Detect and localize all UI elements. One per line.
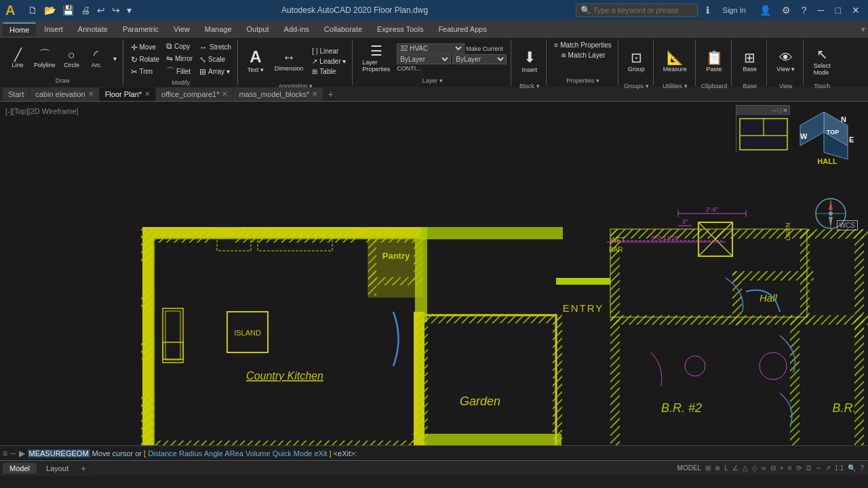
cmd-option-volume[interactable]: Volume [245,449,271,458]
tab-expresstools[interactable]: Express Tools [370,23,430,35]
property-select2[interactable]: ByLayer [452,54,507,64]
settings-icon[interactable]: ⚙ [779,3,793,17]
navigation-cube[interactable]: TOP N W E HALL [793,108,854,169]
info-icon[interactable]: ℹ [703,3,712,17]
qat-print[interactable]: 🖨 [79,4,92,16]
maximize-icon[interactable]: □ [833,3,844,17]
btn-move[interactable]: ✛Move [129,42,161,53]
mini-win-minimize[interactable]: ─ [772,107,776,114]
cmd-option-radius[interactable]: Radius [179,449,202,458]
status-otrack[interactable]: ∞ [762,464,766,472]
btn-linear[interactable]: [ |Linear [310,47,348,56]
btn-arc[interactable]: ◜ Arc [85,47,107,70]
layer-select[interactable]: 32 HVAC [397,43,465,54]
status-3dosnap[interactable]: ◇ [752,464,757,472]
btn-line[interactable]: ╱ Line [7,47,28,70]
doctab-office[interactable]: office_compare1* ✕ [156,87,233,101]
canvas-area[interactable]: Pantry ISLAND Country Kitchen Laundry G [0,102,868,460]
doctab-floorplan-close[interactable]: ✕ [144,90,150,98]
btn-insert[interactable]: ⬇ Insert [518,41,542,81]
status-polar[interactable]: ∠ [732,464,738,472]
status-lw[interactable]: ≡ [788,464,792,472]
btn-paste[interactable]: 📋 Paste [702,41,727,81]
btn-circle[interactable]: ○ Circle [61,47,83,70]
status-qp[interactable]: ☲ [806,464,812,472]
help-icon[interactable]: ? [799,3,810,17]
btn-match-layer[interactable]: ≋ Match Layer [559,51,608,60]
status-snap[interactable]: ⊕ [715,464,720,472]
tab-annotate[interactable]: Annotate [71,23,115,35]
btn-fillet[interactable]: ⌒Fillet [164,65,195,78]
doctab-floorplan[interactable]: Floor Plan* ✕ [100,87,155,101]
btn-rotate[interactable]: ↻Rotate [129,54,161,65]
cmd-option-mode[interactable]: Mode [294,449,313,458]
minimize-icon[interactable]: ─ [815,3,827,17]
mini-win-maximize[interactable]: □ [778,107,781,114]
btn-match-properties[interactable]: ≡ Match Properties [552,41,613,49]
btn-stretch[interactable]: ↔Stretch [197,42,233,53]
tab-collaborate[interactable]: Collaborate [317,23,369,35]
tab-manage[interactable]: Manage [198,23,239,35]
tab-addins[interactable]: Add-ins [277,23,316,35]
qat-redo[interactable]: ↪ [110,4,122,16]
status-grid[interactable]: ⊞ [705,464,711,472]
doctab-cabin[interactable]: cabin elevation ✕ [30,87,98,101]
ribbon-toggle[interactable]: ▾ [861,25,865,34]
btn-array[interactable]: ⊞Array ▾ [197,66,233,77]
doctab-cabin-close[interactable]: ✕ [88,90,94,98]
btn-measure[interactable]: 📐 Measure [659,41,691,81]
doctab-add[interactable]: + [323,89,337,100]
status-sc[interactable]: ∼ [816,464,821,472]
btn-text[interactable]: A Text ▾ [243,41,268,81]
doctab-start[interactable]: Start [3,87,29,101]
layer-make-current[interactable]: Make Current [466,45,503,52]
btn-leader[interactable]: ↗Leader ▾ [310,57,348,66]
status-tp[interactable]: ⟳ [796,464,802,472]
btn-base[interactable]: ⊞ Base [739,41,762,81]
btn-select-mode[interactable]: ↖ SelectMode [810,41,835,81]
status-am[interactable]: ↗ [825,464,831,472]
qat-new[interactable]: 🗋 [26,4,39,16]
cmd-option-exit[interactable]: eXit [314,449,327,458]
cmd-option-angle[interactable]: Angle [204,449,223,458]
status-ducs[interactable]: ⊟ [770,464,776,472]
status-ortho[interactable]: L [724,464,728,472]
qat-open[interactable]: 📂 [42,4,58,16]
cmd-icon-left[interactable]: ≡ [3,449,7,458]
signin-button[interactable]: Sign In [717,5,751,16]
tab-featuredapps[interactable]: Featured Apps [431,23,494,35]
btn-table[interactable]: ⊞Table [310,67,348,76]
status-osnap[interactable]: △ [743,464,748,472]
close-icon[interactable]: ✕ [849,3,863,17]
cmd-option-distance[interactable]: Distance [148,449,177,458]
qat-more[interactable]: ▾ [125,4,134,16]
account-icon[interactable]: 👤 [757,3,774,17]
search-bar[interactable]: 🔍 [576,3,698,17]
doctab-office-close[interactable]: ✕ [222,90,227,98]
property-select[interactable]: ByLayer [397,54,451,64]
search-input[interactable] [593,6,688,14]
doctab-massmodel[interactable]: mass_model_blocks* ✕ [233,87,323,101]
status-zoom[interactable]: 🔍 [848,464,856,472]
btn-scale[interactable]: ⤡Scale [197,54,233,65]
btn-polyline[interactable]: ⌒ Polyline [31,47,58,70]
status-dyn[interactable]: + [780,464,784,472]
mini-win-close[interactable]: ✕ [783,107,788,114]
btn-copy[interactable]: ⧉Copy [164,41,195,52]
model-tab-layout[interactable]: Layout [39,463,75,474]
btn-mirror[interactable]: ⇋Mirror [164,53,195,64]
btn-group[interactable]: ⊡ Group [624,41,649,81]
tab-parametric[interactable]: Parametric [116,23,165,35]
tab-insert[interactable]: Insert [37,23,70,35]
tab-output[interactable]: Output [240,23,276,35]
qat-save[interactable]: 💾 [60,4,76,16]
btn-dimension[interactable]: ↔ Dimension [271,41,308,81]
model-tab-model[interactable]: Model [3,463,37,474]
btn-view[interactable]: 👁 View ▾ [772,41,799,81]
cmd-option-quick[interactable]: Quick [273,449,292,458]
status-help[interactable]: ? [860,464,864,472]
qat-undo[interactable]: ↩ [95,4,107,16]
btn-trim[interactable]: ✂Trim [129,66,161,77]
tab-view[interactable]: View [167,23,197,35]
cmd-option-area[interactable]: ARea [224,449,243,458]
